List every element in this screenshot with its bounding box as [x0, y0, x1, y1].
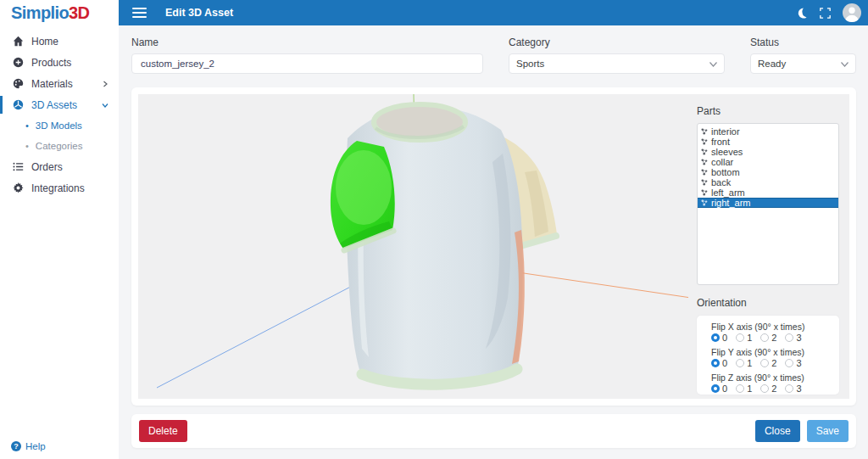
- sidebar-item-materials[interactable]: Materials: [0, 73, 119, 94]
- logo-text-3d: 3D: [69, 3, 89, 23]
- part-item-front[interactable]: front: [698, 137, 838, 147]
- help-link[interactable]: ? Help: [11, 441, 46, 451]
- dropdown-caret-icon: [841, 59, 849, 69]
- flip-y-axis-label: Flip Y axis (90° x times): [711, 347, 834, 357]
- flip-z-radio-2[interactable]: 2: [760, 383, 776, 394]
- chevron-down-icon: [102, 102, 108, 109]
- logo-text-simplio: Simplio: [11, 3, 69, 23]
- sidebar-item-label: Orders: [31, 161, 63, 173]
- category-select[interactable]: Sports: [509, 53, 725, 74]
- sidebar-item-label: Home: [31, 36, 58, 48]
- category-label: Category: [509, 36, 725, 48]
- sidebar-item-label: Products: [31, 57, 71, 69]
- home-icon: [12, 36, 24, 48]
- orientation-panel: Flip X axis (90° x times) 0 1 2 3 Flip Y…: [697, 316, 839, 395]
- name-input[interactable]: [131, 53, 483, 74]
- sidebar-item-orders[interactable]: Orders: [0, 156, 119, 177]
- palette-icon: [12, 78, 24, 90]
- radio-selected-icon: [711, 384, 720, 393]
- chevron-right-icon: [102, 81, 108, 87]
- flip-z-radio-0[interactable]: 0: [711, 383, 727, 394]
- mesh-icon: [701, 169, 708, 176]
- part-label: back: [711, 177, 731, 188]
- flip-y-radio-3[interactable]: 3: [785, 358, 801, 368]
- flip-z-axis-label: Flip Z axis (90° x times): [711, 372, 834, 383]
- mesh-icon: [701, 189, 708, 196]
- save-button[interactable]: Save: [807, 420, 849, 442]
- sidebar-item-integrations[interactable]: Integrations: [0, 177, 119, 199]
- hamburger-menu-icon[interactable]: [132, 8, 147, 18]
- part-label: collar: [711, 157, 733, 167]
- bullet-icon: •: [25, 120, 29, 131]
- part-label: bottom: [711, 167, 740, 177]
- flip-x-radio-2[interactable]: 2: [760, 333, 776, 343]
- dark-mode-moon-icon[interactable]: [795, 7, 808, 20]
- part-item-right-arm[interactable]: right_arm: [698, 198, 838, 208]
- sidebar-item-categories[interactable]: • Categories: [0, 136, 119, 156]
- radio-selected-icon: [711, 359, 720, 367]
- sidebar-item-home[interactable]: Home: [0, 31, 119, 52]
- part-label: interior: [711, 126, 740, 137]
- radio-icon: [760, 384, 769, 393]
- flip-x-radio-3[interactable]: 3: [785, 333, 801, 343]
- part-item-bottom[interactable]: bottom: [698, 167, 838, 177]
- radio-icon: [785, 333, 793, 342]
- app-logo[interactable]: Simplio3D: [0, 0, 119, 25]
- help-icon: ?: [11, 441, 21, 451]
- radio-icon: [785, 359, 793, 367]
- fullscreen-icon[interactable]: [820, 8, 831, 19]
- status-selected-value: Ready: [758, 59, 786, 69]
- user-avatar[interactable]: [843, 3, 861, 22]
- flip-y-radio-0[interactable]: 0: [711, 358, 727, 368]
- parts-title: Parts: [697, 105, 839, 117]
- flip-x-radio-1[interactable]: 1: [736, 333, 752, 343]
- sidebar-item-label: 3D Models: [36, 120, 82, 131]
- part-item-left-arm[interactable]: left_arm: [698, 188, 838, 198]
- flip-z-axis-group: Flip Z axis (90° x times) 0 1 2 3: [711, 372, 834, 394]
- help-label: Help: [25, 441, 46, 451]
- sidebar-item-3d-assets[interactable]: 3D Assets: [0, 94, 119, 115]
- sidebar-item-label: 3D Assets: [31, 99, 77, 111]
- flip-x-axis-group: Flip X axis (90° x times) 0 1 2 3: [711, 322, 834, 343]
- radio-icon: [736, 359, 744, 367]
- radio-icon: [736, 333, 744, 342]
- part-label: right_arm: [711, 198, 750, 208]
- sidebar-item-products[interactable]: Products: [0, 52, 119, 73]
- list-icon: [12, 161, 24, 173]
- sidebar-item-label: Materials: [31, 78, 73, 90]
- flip-y-radio-2[interactable]: 2: [760, 358, 776, 368]
- mesh-icon: [701, 138, 708, 145]
- sidebar-item-3d-models[interactable]: • 3D Models: [0, 115, 119, 136]
- sidebar: Simplio3D Home Products Materials 3D Ass…: [0, 0, 119, 459]
- flip-y-radio-1[interactable]: 1: [736, 358, 752, 368]
- page-title: Edit 3D Asset: [165, 7, 233, 19]
- 3d-model-viewer[interactable]: [138, 94, 688, 399]
- plus-circle-icon: [12, 57, 24, 69]
- parts-list: interior front sleeves collar bottom: [697, 123, 839, 285]
- part-item-interior[interactable]: interior: [698, 126, 838, 137]
- close-button[interactable]: Close: [755, 420, 800, 442]
- radio-selected-icon: [711, 333, 720, 342]
- radio-icon: [736, 384, 744, 393]
- part-item-back[interactable]: back: [698, 177, 838, 188]
- main-content: Name Category Sports Status Ready: [119, 25, 868, 459]
- part-item-sleeves[interactable]: sleeves: [698, 147, 838, 157]
- part-label: sleeves: [711, 147, 743, 157]
- flip-z-radio-3[interactable]: 3: [785, 383, 801, 394]
- flip-x-radio-0[interactable]: 0: [711, 333, 727, 343]
- orientation-title: Orientation: [697, 297, 839, 309]
- flip-z-radio-1[interactable]: 1: [736, 383, 752, 394]
- delete-button[interactable]: Delete: [139, 420, 187, 442]
- name-label: Name: [131, 36, 483, 48]
- action-bar: Delete Close Save: [131, 414, 856, 448]
- asset-editor-card: Parts interior front sleeves collar: [131, 87, 856, 406]
- 3d-sphere-icon: [12, 99, 24, 111]
- part-item-collar[interactable]: collar: [698, 157, 838, 167]
- status-select[interactable]: Ready: [750, 53, 856, 74]
- status-label: Status: [750, 36, 856, 48]
- gear-icon: [12, 182, 24, 194]
- dropdown-caret-icon: [709, 59, 717, 69]
- radio-icon: [760, 333, 769, 342]
- flip-x-axis-label: Flip X axis (90° x times): [711, 322, 834, 332]
- mesh-icon: [701, 148, 708, 155]
